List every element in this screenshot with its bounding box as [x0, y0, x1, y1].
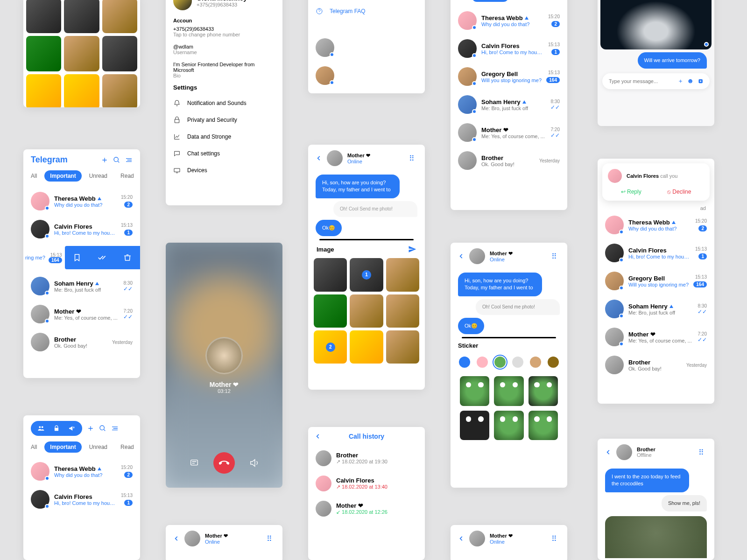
tab-important[interactable]: Important: [44, 441, 81, 453]
chat-row[interactable]: Theresa WebbWhy did you do that?15:202: [598, 211, 714, 239]
back-icon[interactable]: [458, 535, 465, 542]
chat-row[interactable]: Calvin FloresHi, bro! Come to my house!1…: [598, 239, 714, 267]
chat-row[interactable]: Mother ❤Me: Yes, of course come, ...7:20…: [451, 119, 567, 147]
people-icon[interactable]: [37, 425, 45, 432]
plus-icon[interactable]: [678, 78, 683, 84]
image-cell[interactable]: [350, 294, 383, 328]
more-icon[interactable]: ⠿: [551, 252, 560, 261]
chat-icon[interactable]: [189, 458, 199, 468]
image-cell[interactable]: [350, 330, 383, 364]
reply-button[interactable]: ↩ Reply: [621, 189, 641, 195]
msg-bubble-in[interactable]: Hi, son, how are you doing? Today, my fa…: [458, 273, 542, 296]
gallery-cell[interactable]: [26, 74, 61, 107]
msg-bubble-out[interactable]: Show me, pls!: [662, 495, 707, 511]
chat-row-partial[interactable]: [308, 34, 425, 62]
chat-row-mother[interactable]: Mother ❤Me: Yes, of course come, ... 7:2…: [23, 300, 140, 328]
avatar[interactable]: [469, 531, 485, 546]
tab-important[interactable]: Important: [472, 0, 508, 2]
tab-unread[interactable]: Unread: [84, 441, 113, 453]
chat-row[interactable]: Soham HenryMe: Bro, just fuck off8:30✓✓: [598, 295, 714, 323]
chat-row[interactable]: Mother ❤Me: Yes, of course come, ...7:20…: [598, 323, 714, 351]
lock-icon[interactable]: [53, 425, 60, 432]
msg-bubble-out[interactable]: Oh! Cool Send me photo!: [333, 201, 417, 217]
mic-icon[interactable]: [698, 78, 703, 84]
gallery-cell[interactable]: [26, 36, 61, 71]
settings-notifications[interactable]: Notification and Sounds: [166, 95, 282, 112]
gallery-cell[interactable]: [102, 36, 137, 71]
back-icon[interactable]: [315, 433, 321, 440]
tab-unread[interactable]: Unread: [84, 170, 113, 182]
message-input[interactable]: [609, 78, 673, 84]
hangup-button[interactable]: [213, 452, 235, 474]
msg-bubble-in[interactable]: Ok😊: [458, 318, 484, 334]
chat-row[interactable]: Calvin FloresHi, bro! Come to my house!1…: [451, 35, 567, 63]
call-row[interactable]: Calvin Flores↗ 18.02.2020 at 13:40: [308, 471, 425, 496]
emoji-icon[interactable]: [688, 78, 693, 84]
image-cell[interactable]: 2: [314, 330, 347, 364]
tab-read[interactable]: Read: [115, 441, 140, 453]
croc-image[interactable]: [605, 516, 707, 558]
username[interactable]: @wdlam: [173, 44, 275, 49]
msg-bubble-out[interactable]: Oh! Cool Send me photo!: [476, 299, 560, 315]
tab-all[interactable]: All: [25, 441, 42, 453]
car-image[interactable]: [600, 0, 712, 49]
chat-row-calvin[interactable]: Calvin FloresHi, bro! Come to my house! …: [23, 215, 140, 243]
chat-row[interactable]: Calvin FloresHi, bro! Come to my house! …: [23, 485, 140, 513]
more-icon[interactable]: ⠿: [267, 534, 275, 543]
settings-privacy[interactable]: Privaty and Security: [166, 112, 282, 128]
decline-button[interactable]: ⦸ Decline: [667, 189, 691, 195]
image-cell[interactable]: [314, 294, 347, 328]
settings-devices[interactable]: Devices: [166, 162, 282, 179]
sticker-cat-selected[interactable]: [494, 357, 506, 368]
menu-faq[interactable]: Telegram FAQ: [308, 3, 425, 20]
gallery-cell[interactable]: [26, 0, 61, 33]
chat-row[interactable]: Soham HenryMe: Bro, just fuck off8:30✓✓: [451, 91, 567, 119]
sticker[interactable]: [529, 376, 558, 406]
bio-text[interactable]: I'm Senior Frontend Developer from Micro…: [173, 62, 275, 73]
avatar[interactable]: [469, 248, 485, 264]
msg-bubble-in[interactable]: Ok😊: [316, 220, 342, 236]
chat-row[interactable]: Gregory BellWill you stop ignoring me?15…: [598, 267, 714, 295]
plus-icon[interactable]: [101, 156, 108, 164]
chat-row[interactable]: BrotherOk. Good bay!Yesterday: [451, 147, 567, 175]
sticker-cat[interactable]: [512, 357, 523, 368]
chat-row-soham[interactable]: Soham HenryMe: Bro, just fuck off 8:30✓✓: [23, 272, 140, 300]
back-icon[interactable]: [458, 253, 465, 259]
read-icon[interactable]: [98, 253, 107, 262]
gallery-cell[interactable]: [102, 0, 137, 33]
chat-row-theresa[interactable]: Theresa WebbWhy did you do that? 15:202: [23, 187, 140, 215]
tab-important[interactable]: Important: [44, 170, 81, 182]
sticker-cat[interactable]: [548, 357, 559, 368]
sticker-cat[interactable]: [459, 357, 470, 368]
image-cell[interactable]: [386, 330, 419, 364]
more-icon[interactable]: ⠿: [698, 448, 707, 457]
gallery-cell[interactable]: [64, 36, 99, 71]
chat-row[interactable]: Theresa WebbWhy did you do that? 15:202: [23, 457, 140, 485]
chat-row[interactable]: Gregory BellWill you stop ignoring me?15…: [451, 63, 567, 91]
msg-bubble-in[interactable]: I went to the zoo today to feed the croc…: [605, 469, 689, 492]
trash-icon[interactable]: [123, 253, 132, 262]
tab-read[interactable]: Read: [115, 170, 140, 182]
sticker[interactable]: [494, 411, 523, 440]
bookmark-icon[interactable]: [73, 253, 81, 262]
tab-all[interactable]: All: [25, 170, 42, 182]
chat-row[interactable]: Theresa WebbWhy did you do that?15:202: [451, 7, 567, 35]
back-icon[interactable]: [316, 155, 322, 161]
avatar[interactable]: [327, 150, 343, 166]
settings-chat[interactable]: Chat settings: [166, 145, 282, 162]
plus-icon[interactable]: [87, 425, 94, 432]
menu-icon[interactable]: [111, 425, 119, 432]
avatar[interactable]: [184, 531, 200, 546]
gallery-cell[interactable]: [64, 74, 99, 107]
msg-bubble-in[interactable]: Will we arrive tomorrow?: [638, 52, 707, 69]
chat-row-brother[interactable]: BrotherOk. Good bay! Yesterday: [23, 328, 140, 356]
search-icon[interactable]: [99, 425, 106, 432]
image-cell[interactable]: [386, 294, 419, 328]
settings-data[interactable]: Data and Stronge: [166, 128, 282, 145]
msg-bubble-in[interactable]: Hi, son, how are you doing? Today, my fa…: [316, 175, 400, 198]
menu-icon[interactable]: [125, 156, 133, 164]
account-phone[interactable]: +375(29)9638433: [173, 26, 275, 32]
back-icon[interactable]: [173, 535, 180, 542]
send-icon[interactable]: [408, 245, 416, 253]
sticker-cat[interactable]: [477, 357, 488, 368]
